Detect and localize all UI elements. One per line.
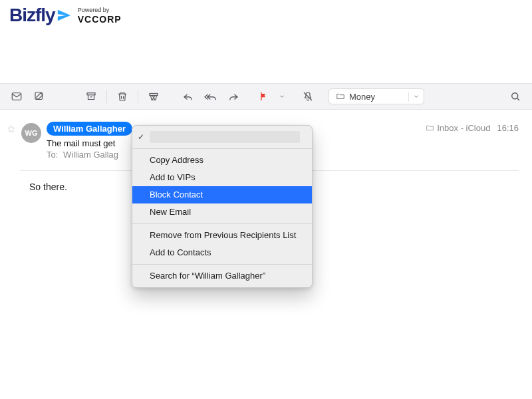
archive-button[interactable] bbox=[81, 87, 101, 106]
svg-rect-0 bbox=[12, 93, 21, 100]
svg-rect-2 bbox=[87, 93, 95, 95]
search-button[interactable] bbox=[505, 87, 525, 106]
folder-icon bbox=[336, 92, 345, 101]
toolbar-separator bbox=[138, 90, 138, 103]
avatar: WG bbox=[21, 123, 41, 143]
sender-context-menu: Copy AddressAdd to VIPsBlock ContactNew … bbox=[132, 125, 313, 288]
avatar-initials: WG bbox=[25, 129, 38, 137]
context-menu-item[interactable]: Remove from Previous Recipients List bbox=[132, 227, 312, 244]
forward-button[interactable] bbox=[223, 87, 243, 106]
to-label: To: bbox=[47, 150, 58, 160]
compose-button[interactable] bbox=[29, 87, 49, 106]
junk-button[interactable] bbox=[144, 87, 164, 106]
sender-name: William Gallagher bbox=[53, 124, 126, 134]
context-menu-separator bbox=[132, 223, 312, 224]
mail-toolbar: Money bbox=[0, 83, 532, 110]
context-menu-item[interactable]: Add to Contacts bbox=[132, 244, 312, 261]
context-menu-item[interactable]: Copy Address bbox=[132, 152, 312, 169]
mute-button[interactable] bbox=[298, 87, 318, 106]
context-menu-item[interactable]: Search for “William Gallagher” bbox=[132, 267, 312, 285]
chevron-down-icon bbox=[409, 93, 424, 100]
mailbox-icon bbox=[426, 124, 434, 132]
folder-select-label: Money bbox=[349, 92, 375, 102]
powered-by-label: Powered by bbox=[78, 7, 122, 13]
context-menu-item[interactable]: New Email bbox=[132, 203, 312, 221]
new-message-button[interactable] bbox=[7, 87, 27, 106]
mailbox-label: Inbox - iCloud bbox=[437, 123, 490, 133]
flag-menu-button[interactable] bbox=[277, 87, 287, 106]
svg-rect-3 bbox=[150, 94, 158, 96]
brand-logo-area: Bizfly Powered by VCCORP bbox=[0, 0, 532, 27]
message-time: 16:16 bbox=[497, 123, 519, 133]
to-recipient: William Gallag bbox=[63, 150, 118, 160]
reply-all-button[interactable] bbox=[201, 87, 221, 106]
powered-by: Powered by VCCORP bbox=[78, 7, 122, 24]
vccorp-wordmark: VCCORP bbox=[78, 15, 122, 24]
paper-plane-icon bbox=[57, 8, 71, 23]
delete-button[interactable] bbox=[112, 87, 132, 106]
context-menu-item[interactable]: Block Contact bbox=[132, 186, 312, 203]
bizfly-logo: Bizfly bbox=[9, 5, 71, 26]
svg-point-4 bbox=[512, 93, 518, 99]
context-menu-item[interactable]: Add to VIPs bbox=[132, 169, 312, 186]
star-icon[interactable] bbox=[7, 122, 16, 134]
toolbar-separator bbox=[106, 90, 107, 103]
bizfly-wordmark-text: Bizfly bbox=[9, 5, 55, 26]
context-menu-item[interactable] bbox=[132, 128, 312, 146]
context-menu-separator bbox=[132, 264, 312, 265]
context-menu-separator bbox=[132, 148, 312, 149]
reply-button[interactable] bbox=[178, 87, 198, 106]
message-meta: Inbox - iCloud 16:16 bbox=[426, 122, 519, 133]
move-to-folder-select[interactable]: Money bbox=[329, 88, 424, 104]
flag-button[interactable] bbox=[254, 87, 274, 106]
sender-chip[interactable]: William Gallagher bbox=[47, 122, 132, 136]
